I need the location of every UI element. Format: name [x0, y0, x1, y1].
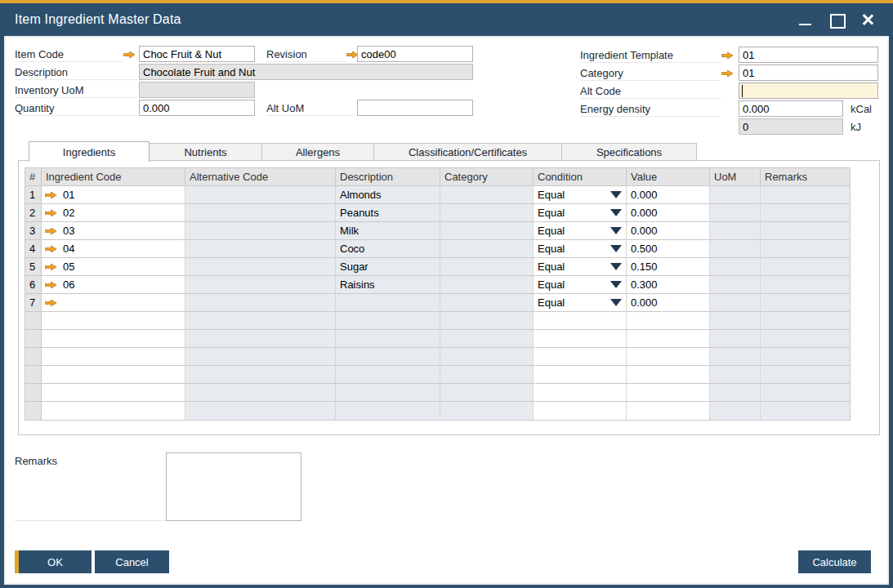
ingredient-code-cell[interactable]: 04	[42, 240, 185, 258]
ingredient-code-cell[interactable]	[42, 348, 185, 366]
alternative-code-cell	[185, 348, 336, 366]
condition-dropdown[interactable]: Equal	[534, 258, 627, 276]
chevron-down-icon[interactable]	[610, 245, 622, 252]
col-header-remarks[interactable]: Remarks	[761, 168, 850, 186]
tab-nutrients[interactable]: Nutrients	[150, 143, 262, 161]
value-cell[interactable]	[627, 312, 710, 330]
category-cell	[440, 258, 534, 276]
remarks-cell	[761, 294, 850, 312]
value-cell[interactable]	[627, 384, 710, 402]
ingredient-code-cell[interactable]: 03	[42, 222, 185, 240]
maximize-icon[interactable]	[829, 12, 844, 27]
value-cell[interactable]: 0.000	[627, 204, 710, 222]
value-cell[interactable]: 0.000	[627, 186, 710, 204]
ok-button[interactable]: OK	[15, 550, 92, 573]
tab-allergens[interactable]: Allergens	[262, 143, 374, 161]
kj-unit-label: kJ	[851, 119, 861, 135]
chevron-down-icon[interactable]	[610, 281, 622, 288]
condition-dropdown[interactable]: Equal	[534, 240, 627, 258]
condition-dropdown[interactable]: Equal	[534, 204, 627, 222]
remarks-cell	[761, 204, 850, 222]
ingredient-code-cell[interactable]	[42, 330, 185, 348]
value-cell[interactable]	[627, 348, 710, 366]
condition-cell[interactable]	[534, 384, 627, 402]
ingredient-code-cell[interactable]	[42, 366, 185, 384]
value-cell[interactable]: 0.150	[627, 258, 710, 276]
close-icon[interactable]	[860, 12, 875, 27]
row-number: 6	[25, 276, 42, 294]
condition-dropdown[interactable]: Equal	[534, 294, 627, 312]
revision-field[interactable]	[357, 46, 473, 62]
value-cell[interactable]	[627, 366, 710, 384]
col-header-description[interactable]: Description	[336, 168, 440, 186]
ingredient-code-cell[interactable]	[42, 312, 185, 330]
ingredient-code-value: 02	[63, 204, 74, 221]
link-arrow-icon[interactable]	[45, 295, 58, 310]
ingredient-template-link-arrow-icon[interactable]	[721, 47, 734, 63]
condition-cell[interactable]	[534, 402, 627, 420]
item-code-field[interactable]	[139, 46, 255, 62]
tab-specifications[interactable]: Specifications	[562, 143, 697, 161]
value-cell[interactable]: 0.000	[627, 222, 710, 240]
chevron-down-icon[interactable]	[610, 209, 622, 216]
link-arrow-icon[interactable]	[45, 223, 58, 238]
energy-density-kcal-field[interactable]	[739, 100, 843, 117]
value-cell[interactable]: 0.300	[627, 276, 710, 294]
link-arrow-icon[interactable]	[45, 259, 58, 274]
chevron-down-icon[interactable]	[610, 263, 622, 270]
col-header-uom[interactable]: UoM	[710, 168, 761, 186]
minimize-icon[interactable]	[798, 12, 813, 27]
item-code-link-arrow-icon[interactable]	[123, 47, 136, 62]
condition-dropdown[interactable]: Equal	[534, 222, 627, 240]
row-number	[25, 330, 42, 348]
tab-classification-certificates[interactable]: Classification/Certificates	[374, 143, 562, 161]
value-cell[interactable]	[627, 330, 710, 348]
chevron-down-icon[interactable]	[610, 299, 622, 306]
ingredient-code-cell[interactable]: 05	[42, 258, 185, 276]
remarks-textarea[interactable]	[166, 452, 301, 521]
chevron-down-icon[interactable]	[610, 191, 622, 198]
col-header-num: #	[25, 168, 42, 186]
value-cell[interactable]	[627, 402, 710, 420]
row-number: 4	[25, 240, 42, 258]
col-header-alternative-code[interactable]: Alternative Code	[185, 168, 336, 186]
alternative-code-cell	[185, 330, 336, 348]
link-arrow-icon[interactable]	[45, 277, 58, 292]
category-link-arrow-icon[interactable]	[721, 65, 734, 81]
cancel-button[interactable]: Cancel	[95, 550, 169, 573]
col-header-category[interactable]: Category	[440, 168, 534, 186]
condition-dropdown[interactable]: Equal	[534, 276, 627, 294]
tab-ingredients[interactable]: Ingredients	[29, 141, 150, 162]
alt-uom-field[interactable]	[357, 100, 473, 116]
col-header-ingredient-code[interactable]: Ingredient Code	[42, 168, 185, 186]
ingredient-code-cell[interactable]	[42, 402, 185, 420]
alt-code-field[interactable]	[739, 82, 878, 99]
link-arrow-icon[interactable]	[45, 241, 58, 256]
ingredient-code-cell[interactable]: 02	[42, 204, 185, 222]
value-cell[interactable]: 0.000	[627, 294, 710, 312]
calculate-button[interactable]: Calculate	[798, 550, 871, 573]
table-row-3: 3 03 Milk Equal 0.000	[25, 222, 850, 240]
value-cell[interactable]: 0.500	[627, 240, 710, 258]
category-cell	[440, 312, 534, 330]
ingredient-code-cell[interactable]: 01	[42, 186, 185, 204]
condition-dropdown[interactable]: Equal	[534, 186, 627, 204]
ingredient-code-cell[interactable]	[42, 384, 185, 402]
remarks-label: Remarks	[15, 455, 57, 467]
link-arrow-icon[interactable]	[45, 187, 58, 203]
condition-cell[interactable]	[534, 366, 627, 384]
condition-cell[interactable]	[534, 312, 627, 330]
ingredient-code-cell[interactable]	[42, 294, 185, 312]
ingredient-template-field[interactable]	[739, 47, 878, 63]
ingredient-code-cell[interactable]: 06	[42, 276, 185, 294]
condition-cell[interactable]	[534, 348, 627, 366]
quantity-field[interactable]	[139, 100, 255, 116]
col-header-condition[interactable]: Condition	[534, 168, 627, 186]
chevron-down-icon[interactable]	[610, 227, 622, 234]
link-arrow-icon[interactable]	[45, 205, 58, 220]
table-row-empty	[25, 330, 850, 348]
condition-cell[interactable]	[534, 330, 627, 348]
col-header-value[interactable]: Value	[627, 168, 710, 186]
category-field[interactable]	[739, 65, 878, 81]
alternative-code-cell	[185, 240, 336, 258]
